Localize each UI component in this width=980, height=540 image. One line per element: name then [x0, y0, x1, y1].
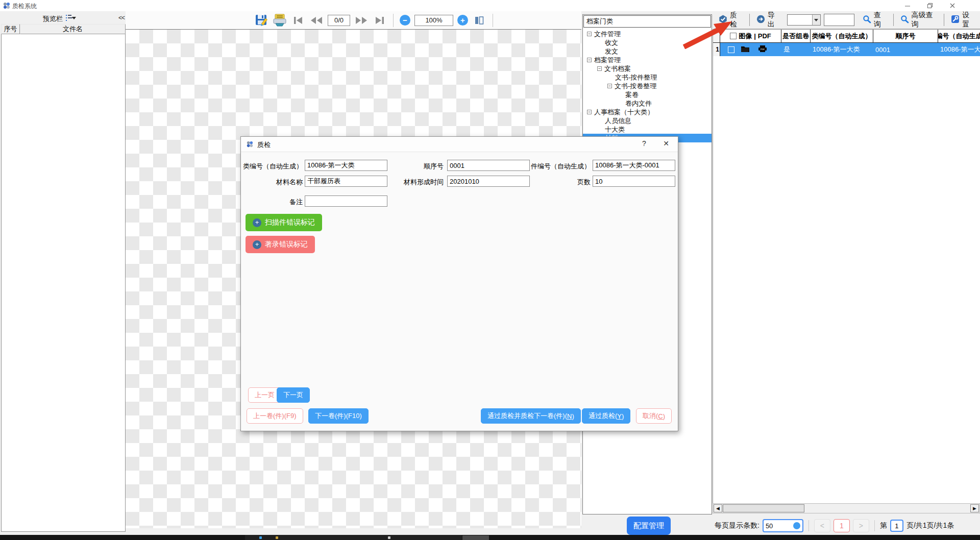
zoom-out-icon[interactable]: −: [400, 15, 410, 26]
current-page-button[interactable]: 1: [834, 519, 850, 532]
collapse-node-icon[interactable]: −: [597, 66, 602, 71]
item-no-column-header[interactable]: 件编号（自动生成）: [938, 30, 980, 42]
seq-no-input[interactable]: [447, 160, 530, 171]
table-horizontal-scrollbar[interactable]: ◀ ▶: [713, 503, 980, 513]
page-indicator-input[interactable]: [328, 15, 350, 26]
collapse-node-icon[interactable]: −: [587, 32, 592, 36]
tree-node-fawen[interactable]: 发文: [583, 47, 712, 56]
app-window: 质检系统 预览栏 << 序号 文件名: [0, 0, 980, 540]
preview-sort-icon[interactable]: [65, 14, 77, 23]
page-jump-prefix: 第: [880, 521, 887, 530]
collapse-node-icon[interactable]: −: [607, 84, 612, 88]
material-name-label: 材料名称: [241, 178, 303, 187]
plus-icon: +: [253, 218, 261, 227]
advanced-query-button[interactable]: 高级查询: [895, 9, 943, 31]
query-button[interactable]: 查询: [857, 9, 892, 31]
tree-node-anjian[interactable]: 文书-按件整理: [583, 73, 712, 82]
prev-page-button[interactable]: <: [814, 519, 830, 532]
preview-file-list[interactable]: [1, 34, 126, 532]
column-seq-header[interactable]: 序号: [1, 24, 20, 34]
zoom-in-icon[interactable]: +: [457, 15, 468, 26]
row-number: 1: [713, 43, 720, 56]
material-date-label: 材料形成时间: [384, 178, 444, 187]
qc-icon: [719, 15, 727, 25]
tree-node-wenjianguanli[interactable]: −文件管理: [583, 30, 712, 38]
scroll-left-icon[interactable]: ◀: [714, 504, 722, 512]
qc-button[interactable]: 质检: [714, 9, 748, 31]
row-checkbox[interactable]: [728, 46, 734, 53]
grouped-column-header[interactable]: 是否组卷: [781, 30, 811, 42]
viewer-toolbar: − +: [126, 11, 581, 29]
next-page-button-dialog[interactable]: 下一页: [277, 387, 310, 403]
next-page-button[interactable]: >: [853, 519, 869, 532]
dialog-titlebar[interactable]: 质检 ? ✕: [241, 137, 678, 152]
scroll-right-icon[interactable]: ▶: [970, 504, 979, 512]
row-seq-no: 0001: [873, 43, 938, 56]
pass-and-next-button[interactable]: 通过质检并质检下一卷(件)(N): [481, 408, 581, 424]
settings-button[interactable]: 设置: [946, 9, 980, 31]
select-all-checkbox[interactable]: [730, 33, 737, 39]
config-manage-button[interactable]: 配置管理: [627, 517, 671, 535]
item-no-label: 件编号（自动生成）: [529, 162, 591, 171]
pass-qc-button[interactable]: 通过质检(Y): [582, 408, 630, 424]
search-input[interactable]: [824, 14, 854, 26]
collapse-node-icon[interactable]: −: [587, 110, 592, 114]
folder-icon[interactable]: [741, 45, 750, 54]
qc-dialog: 质检 ? ✕ 类编号（自动生成） 顺序号 件编号（自动生成） 材料名称 材料形成…: [240, 136, 678, 431]
scan-error-mark-button[interactable]: + 扫描件错误标记: [246, 214, 322, 231]
dialog-close-icon[interactable]: ✕: [658, 139, 674, 150]
prev-volume-button[interactable]: 上一卷(件)(F9): [247, 408, 303, 424]
next-page-icon[interactable]: [354, 13, 369, 28]
tree-node-renshidangan[interactable]: −人事档案（十大类）: [583, 108, 712, 116]
record-error-mark-button[interactable]: + 著录错误标记: [246, 236, 315, 253]
cancel-button[interactable]: 取消(C): [636, 408, 672, 424]
class-no-input[interactable]: [305, 160, 387, 171]
collapse-sidebar-button[interactable]: <<: [118, 14, 125, 21]
taskbar-icon[interactable]: [276, 536, 278, 539]
tree-node-shidalei[interactable]: 十大类: [583, 125, 712, 134]
seq-no-column-header[interactable]: 顺序号: [873, 30, 938, 42]
scrollbar-thumb[interactable]: [723, 504, 804, 512]
first-page-icon[interactable]: [291, 13, 305, 28]
tree-node-anjuan-zhengli[interactable]: −文书-按卷整理: [583, 82, 712, 90]
page-count-input[interactable]: [593, 176, 675, 187]
table-row[interactable]: 1 PDF 是 10086-第一大类 0001 10086-第一大类-0001: [713, 43, 980, 56]
taskbar-button[interactable]: [462, 535, 489, 540]
next-volume-button[interactable]: 下一卷(件)(F10): [308, 408, 369, 424]
material-date-input[interactable]: [447, 176, 530, 187]
dialog-help-button[interactable]: ?: [636, 139, 652, 150]
column-filename-header[interactable]: 文件名: [20, 24, 126, 34]
prev-page-icon[interactable]: [309, 13, 324, 28]
toolbar-separator: [393, 14, 394, 27]
last-page-icon[interactable]: [373, 13, 387, 28]
tree-node-danganguanli[interactable]: −档案管理: [583, 56, 712, 64]
preview-list-columns: 序号 文件名: [1, 24, 126, 34]
tree-node-shouwen[interactable]: 收文: [583, 38, 712, 47]
tree-node-renyuanxinxi[interactable]: 人员信息: [583, 116, 712, 125]
material-name-input[interactable]: [305, 176, 387, 187]
item-no-input[interactable]: [593, 160, 675, 171]
tree-node-anjuan[interactable]: 案卷: [583, 90, 712, 99]
records-table: 图像 | PDF 是否组卷 类编号（自动生成） 顺序号 件编号（自动生成） 1 …: [713, 29, 980, 503]
class-no-column-header[interactable]: 类编号（自动生成）: [811, 30, 873, 42]
pdf-print-icon[interactable]: PDF: [758, 45, 767, 54]
tree-node-juannei[interactable]: 卷内文件: [583, 99, 712, 108]
tree-node-wenshudangan[interactable]: −文书档案: [583, 64, 712, 73]
page-jump-input[interactable]: [890, 520, 903, 532]
fit-width-icon[interactable]: [472, 13, 486, 28]
chevron-down-icon[interactable]: [812, 15, 820, 25]
save-icon[interactable]: [254, 13, 268, 28]
dialog-title: 质检: [257, 140, 271, 150]
print-icon[interactable]: [273, 13, 287, 28]
taskbar-icon[interactable]: [388, 536, 390, 539]
page-size-select[interactable]: 50: [763, 519, 803, 532]
remark-input[interactable]: [305, 195, 387, 207]
collapse-node-icon[interactable]: −: [587, 58, 592, 62]
taskbar-icon[interactable]: [259, 536, 262, 539]
filter-field-select[interactable]: [787, 14, 821, 26]
os-taskbar[interactable]: [0, 535, 980, 540]
zoom-level-input[interactable]: [414, 15, 453, 26]
remark-label: 备注: [241, 198, 303, 207]
export-button[interactable]: 导出: [751, 9, 786, 31]
app-icon: [3, 2, 11, 10]
